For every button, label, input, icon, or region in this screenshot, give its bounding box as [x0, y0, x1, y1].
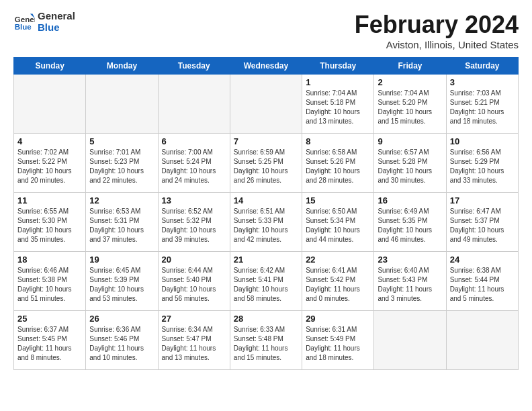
day-number: 25 — [17, 314, 82, 324]
day-number: 2 — [378, 77, 442, 87]
day-info-line: Sunset: 5:34 PM — [306, 216, 370, 226]
day-info-line: and 24 minutes. — [162, 176, 226, 185]
day-info-line: Daylight: 10 hours — [450, 167, 515, 176]
day-info-line: Daylight: 10 hours — [450, 226, 515, 235]
calendar-week-4: 18Sunrise: 6:46 AMSunset: 5:38 PMDayligh… — [14, 252, 519, 311]
calendar-cell: 29Sunrise: 6:31 AMSunset: 5:49 PMDayligh… — [302, 311, 374, 370]
day-info-line: Daylight: 11 hours — [17, 344, 82, 353]
day-info-line: Sunrise: 6:57 AM — [378, 148, 442, 157]
day-info-line: and 20 minutes. — [17, 176, 82, 185]
day-info-line: Daylight: 11 hours — [306, 285, 370, 294]
day-info-line: Sunset: 5:42 PM — [306, 275, 370, 285]
calendar-cell: 10Sunrise: 6:56 AMSunset: 5:29 PMDayligh… — [446, 134, 518, 193]
day-info-line: Sunset: 5:49 PM — [306, 334, 370, 344]
day-info-line: and 49 minutes. — [450, 235, 515, 244]
day-info-line: Sunset: 5:40 PM — [162, 275, 226, 285]
calendar-cell: 8Sunrise: 6:58 AMSunset: 5:26 PMDaylight… — [302, 134, 374, 193]
day-info-line: and 39 minutes. — [162, 235, 226, 244]
day-info-line: Daylight: 11 hours — [450, 285, 515, 294]
title-area: February 2024 Aviston, Illinois, United … — [355, 11, 519, 50]
day-header-saturday: Saturday — [446, 58, 518, 75]
day-info-line: Sunrise: 6:45 AM — [89, 266, 154, 275]
day-info-line: and 42 minutes. — [234, 235, 298, 244]
day-info-line: Sunset: 5:35 PM — [378, 216, 442, 226]
logo-icon: General Blue — [13, 11, 35, 33]
calendar-cell: 2Sunrise: 7:04 AMSunset: 5:20 PMDaylight… — [374, 75, 446, 134]
day-number: 17 — [450, 195, 515, 205]
day-info-line: and 22 minutes. — [89, 176, 154, 185]
day-info-line: Sunset: 5:21 PM — [450, 98, 515, 107]
day-info-line: Sunrise: 6:55 AM — [17, 207, 82, 216]
day-info-line: Daylight: 11 hours — [378, 285, 442, 294]
day-number: 28 — [234, 314, 298, 324]
calendar-cell — [446, 311, 518, 370]
logo: General Blue General Blue — [13, 11, 75, 33]
day-number: 15 — [306, 195, 370, 205]
day-number: 29 — [306, 314, 370, 324]
day-number: 12 — [89, 195, 154, 205]
day-info-line: and 13 minutes. — [162, 353, 226, 363]
day-info-line: Daylight: 10 hours — [378, 226, 442, 235]
calendar-cell: 1Sunrise: 7:04 AMSunset: 5:18 PMDaylight… — [302, 75, 374, 134]
calendar-cell: 17Sunrise: 6:47 AMSunset: 5:37 PMDayligh… — [446, 193, 518, 252]
calendar-week-3: 11Sunrise: 6:55 AMSunset: 5:30 PMDayligh… — [14, 193, 519, 252]
calendar-cell: 13Sunrise: 6:52 AMSunset: 5:32 PMDayligh… — [158, 193, 230, 252]
day-info-line: Sunrise: 6:49 AM — [378, 207, 442, 216]
day-info-line: Sunset: 5:23 PM — [89, 157, 154, 167]
calendar-cell: 11Sunrise: 6:55 AMSunset: 5:30 PMDayligh… — [14, 193, 86, 252]
calendar-week-2: 4Sunrise: 7:02 AMSunset: 5:22 PMDaylight… — [14, 134, 519, 193]
day-info-line: Daylight: 10 hours — [89, 167, 154, 176]
day-info-line: Daylight: 10 hours — [378, 167, 442, 176]
day-number: 13 — [162, 195, 226, 205]
day-info-line: Sunset: 5:28 PM — [378, 157, 442, 167]
calendar-cell: 26Sunrise: 6:36 AMSunset: 5:46 PMDayligh… — [86, 311, 158, 370]
day-number: 21 — [234, 255, 298, 265]
day-info-line: and 15 minutes. — [234, 353, 298, 363]
day-info-line: Daylight: 11 hours — [162, 344, 226, 353]
day-number: 11 — [17, 195, 82, 205]
day-number: 4 — [17, 136, 82, 146]
day-info-line: Daylight: 10 hours — [234, 167, 298, 176]
day-info-line: Sunset: 5:48 PM — [234, 334, 298, 344]
day-info-line: Sunrise: 6:31 AM — [306, 325, 370, 334]
day-info-line: and 3 minutes. — [378, 294, 442, 304]
day-info-line: Daylight: 10 hours — [234, 226, 298, 235]
day-number: 10 — [450, 136, 515, 146]
day-info-line: Sunset: 5:38 PM — [17, 275, 82, 285]
day-header-monday: Monday — [86, 58, 158, 75]
calendar-cell: 23Sunrise: 6:40 AMSunset: 5:43 PMDayligh… — [374, 252, 446, 311]
day-info-line: Sunrise: 7:03 AM — [450, 89, 515, 98]
day-info-line: Sunset: 5:39 PM — [89, 275, 154, 285]
day-number: 20 — [162, 255, 226, 265]
day-info-line: and 26 minutes. — [234, 176, 298, 185]
day-info-line: Sunrise: 6:46 AM — [17, 266, 82, 275]
day-info-line: Sunrise: 6:34 AM — [162, 325, 226, 334]
day-info-line: Sunrise: 6:51 AM — [234, 207, 298, 216]
day-info-line: Sunset: 5:29 PM — [450, 157, 515, 167]
day-info-line: Daylight: 10 hours — [17, 167, 82, 176]
day-number: 22 — [306, 255, 370, 265]
day-info-line: Sunset: 5:31 PM — [89, 216, 154, 226]
day-number: 9 — [378, 136, 442, 146]
day-info-line: Sunset: 5:25 PM — [234, 157, 298, 167]
day-number: 23 — [378, 255, 442, 265]
day-info-line: Sunrise: 7:00 AM — [162, 148, 226, 157]
calendar-cell: 25Sunrise: 6:37 AMSunset: 5:45 PMDayligh… — [14, 311, 86, 370]
day-info-line: Sunrise: 6:37 AM — [17, 325, 82, 334]
day-info-line: Sunrise: 6:58 AM — [306, 148, 370, 157]
calendar-cell: 16Sunrise: 6:49 AMSunset: 5:35 PMDayligh… — [374, 193, 446, 252]
svg-text:Blue: Blue — [15, 22, 32, 30]
day-info-line: Sunset: 5:24 PM — [162, 157, 226, 167]
location-title: Aviston, Illinois, United States — [355, 39, 519, 50]
day-info-line: and 0 minutes. — [306, 294, 370, 304]
day-info-line: Sunrise: 6:53 AM — [89, 207, 154, 216]
day-info-line: Sunrise: 6:52 AM — [162, 207, 226, 216]
day-info-line: Daylight: 10 hours — [162, 285, 226, 294]
calendar-cell: 4Sunrise: 7:02 AMSunset: 5:22 PMDaylight… — [14, 134, 86, 193]
day-info-line: Sunrise: 6:33 AM — [234, 325, 298, 334]
calendar-cell — [374, 311, 446, 370]
day-number: 5 — [89, 136, 154, 146]
day-info-line: and 51 minutes. — [17, 294, 82, 304]
day-info-line: Sunrise: 6:40 AM — [378, 266, 442, 275]
day-info-line: Sunrise: 7:04 AM — [378, 89, 442, 98]
